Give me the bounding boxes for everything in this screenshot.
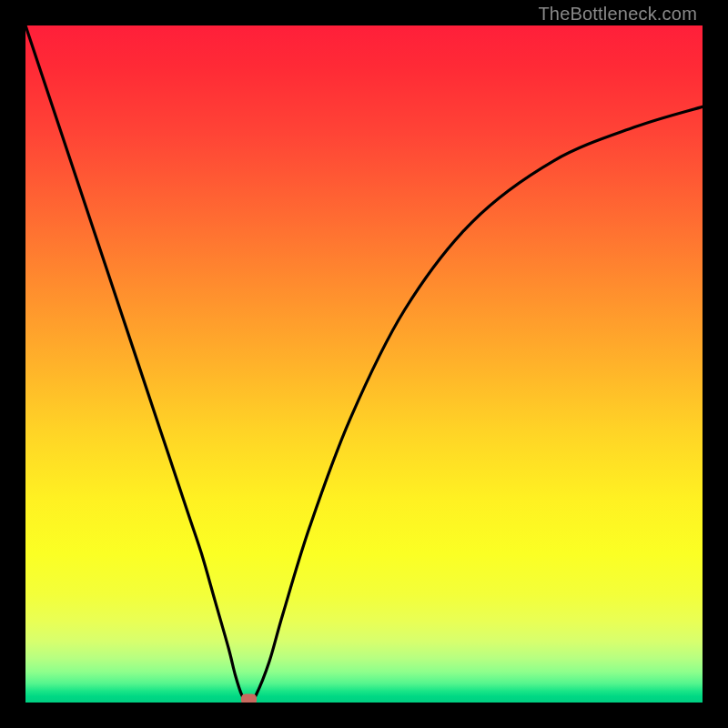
minimum-marker bbox=[242, 694, 257, 703]
plot-area bbox=[25, 25, 703, 703]
chart-frame: TheBottleneck.com bbox=[0, 0, 728, 728]
watermark-text: TheBottleneck.com bbox=[538, 4, 697, 25]
curve-path bbox=[25, 25, 703, 703]
bottleneck-curve bbox=[25, 25, 703, 703]
